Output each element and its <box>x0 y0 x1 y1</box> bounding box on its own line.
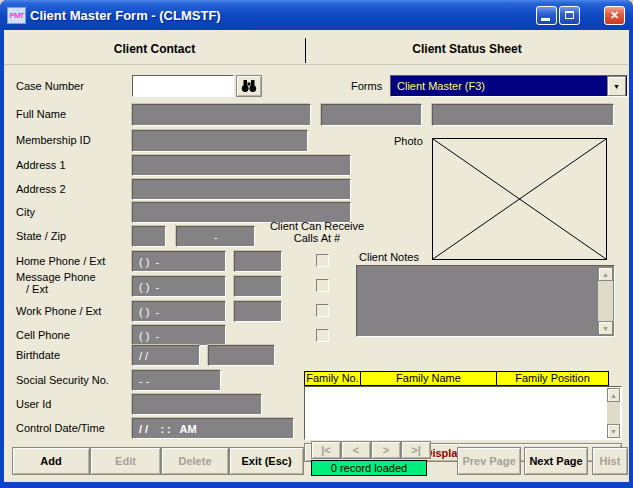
home-phone-checkbox[interactable] <box>316 254 329 267</box>
forms-dropdown-value: Client Master (F3) <box>391 80 607 92</box>
address1-field[interactable] <box>132 155 351 176</box>
message-phone-checkbox[interactable] <box>316 279 329 292</box>
full-name-last-field[interactable] <box>132 104 311 126</box>
birthdate-field[interactable]: / / <box>132 345 200 366</box>
ssn-label: Social Security No. <box>16 374 109 386</box>
cell-phone-label: Cell Phone <box>16 329 70 341</box>
family-table-body[interactable]: ▲ ▼ <box>304 386 622 440</box>
message-phone-field[interactable]: ( ) - <box>132 276 226 297</box>
work-phone-ext-field[interactable] <box>234 301 282 322</box>
forms-label: Forms <box>351 80 382 92</box>
address2-field[interactable] <box>132 179 351 200</box>
calls-at-label: Client Can Receive Calls At # <box>252 220 382 244</box>
app-icon: PMT <box>7 7 26 24</box>
maximize-icon <box>565 11 574 19</box>
cell-phone-field[interactable]: ( ) - <box>132 325 226 346</box>
family-no-header: Family No. <box>304 371 361 386</box>
chevron-down-icon[interactable]: ▼ <box>607 76 626 96</box>
scroll-up-icon[interactable]: ▲ <box>598 267 613 281</box>
tab-client-status-sheet[interactable]: Client Status Sheet <box>306 42 628 56</box>
ssn-field[interactable]: - - <box>132 370 221 391</box>
full-name-label: Full Name <box>16 108 66 120</box>
work-phone-label: Work Phone / Ext <box>16 305 101 317</box>
hist-button[interactable]: Hist <box>592 447 628 475</box>
work-phone-field[interactable]: ( ) - <box>132 301 226 322</box>
tab-client-contact[interactable]: Client Contact <box>4 42 305 56</box>
first-record-button[interactable]: |< <box>311 441 341 459</box>
city-label: City <box>16 206 35 218</box>
page-title: Client Master Form - (CLMSTF) <box>30 8 221 23</box>
forms-dropdown[interactable]: Client Master (F3) ▼ <box>390 75 628 97</box>
birthdate-extra-field[interactable] <box>208 345 275 366</box>
binoculars-icon <box>241 79 257 93</box>
membership-id-label: Membership ID <box>16 134 91 146</box>
photo-label: Photo <box>394 135 423 147</box>
home-phone-label: Home Phone / Ext <box>16 255 105 267</box>
minimize-button[interactable] <box>536 6 557 25</box>
window: PMT Client Master Form - (CLMSTF) ✕ Clie… <box>0 0 633 488</box>
membership-id-field[interactable] <box>132 130 308 152</box>
birthdate-label: Birthdate <box>16 349 60 361</box>
home-phone-ext-field[interactable] <box>234 251 282 272</box>
form-body: Client Contact Client Status Sheet Case … <box>4 30 629 482</box>
family-scroll-up-icon[interactable]: ▲ <box>607 388 620 402</box>
maximize-button[interactable] <box>559 6 580 25</box>
minimize-icon <box>541 18 550 21</box>
zip-field[interactable]: - <box>176 226 255 247</box>
state-zip-label: State / Zip <box>16 230 66 242</box>
edit-button[interactable]: Edit <box>90 447 161 475</box>
close-icon: ✕ <box>610 9 619 21</box>
tab-bar: Client Contact Client Status Sheet <box>4 36 629 65</box>
family-scroll-down-icon[interactable]: ▼ <box>607 424 620 438</box>
exit-button[interactable]: Exit (Esc) <box>229 447 304 475</box>
cell-phone-checkbox[interactable] <box>316 329 329 342</box>
message-phone-ext-field[interactable] <box>234 276 282 297</box>
control-datetime-label: Control Date/Time <box>16 422 105 434</box>
family-scrollbar[interactable]: ▲ ▼ <box>607 388 620 438</box>
search-button[interactable] <box>236 75 262 97</box>
next-page-button[interactable]: Next Page <box>524 447 588 475</box>
close-button[interactable]: ✕ <box>604 6 625 25</box>
family-table-header: Family No. Family Name Family Position <box>304 371 609 386</box>
full-name-first-field[interactable] <box>321 104 422 126</box>
control-datetime-field[interactable]: / / : : AM <box>132 418 294 439</box>
address2-label: Address 2 <box>16 183 66 195</box>
photo-placeholder <box>432 138 607 260</box>
message-phone-label: Message Phone / Ext <box>16 271 96 295</box>
work-phone-checkbox[interactable] <box>316 304 329 317</box>
user-id-field[interactable] <box>132 394 262 415</box>
home-phone-field[interactable]: ( ) - <box>132 251 226 272</box>
prev-page-button[interactable]: Prev Page <box>457 447 521 475</box>
client-notes-textarea[interactable]: ▲ ▼ <box>356 265 615 337</box>
address1-label: Address 1 <box>16 159 66 171</box>
next-record-button[interactable]: > <box>371 441 401 459</box>
user-id-label: User Id <box>16 398 51 410</box>
add-button[interactable]: Add <box>12 447 90 475</box>
case-number-input[interactable] <box>132 75 234 97</box>
case-number-label: Case Number <box>16 80 84 92</box>
last-record-button[interactable]: >| <box>401 441 431 459</box>
status-badge: 0 record loaded <box>311 460 427 476</box>
client-notes-label: Client Notes <box>359 251 419 263</box>
family-name-header: Family Name <box>361 371 497 386</box>
family-position-header: Family Position <box>497 371 609 386</box>
full-name-middle-field[interactable] <box>432 104 614 126</box>
state-field[interactable] <box>132 226 166 247</box>
delete-button[interactable]: Delete <box>161 447 229 475</box>
photo-x-icon <box>433 139 606 259</box>
notes-scrollbar[interactable]: ▲ ▼ <box>598 267 613 335</box>
prev-record-button[interactable]: < <box>341 441 371 459</box>
scroll-down-icon[interactable]: ▼ <box>598 321 613 335</box>
